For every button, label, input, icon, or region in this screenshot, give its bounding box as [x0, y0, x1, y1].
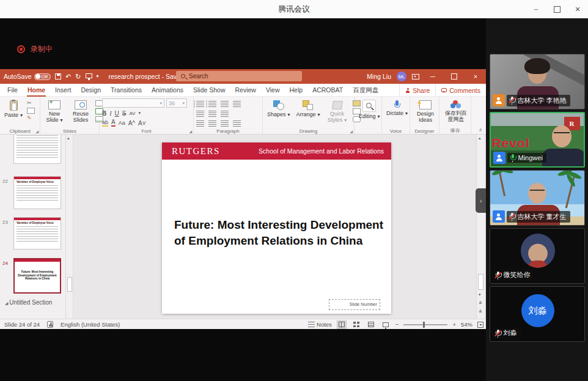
scroll-down-icon[interactable]: ▾ [479, 292, 481, 297]
participant-tile[interactable]: Revol R Mingwei [490, 112, 585, 168]
tab-slideshow[interactable]: Slide Show [188, 84, 230, 97]
slideshow-view-button[interactable] [381, 320, 391, 329]
close-button[interactable] [567, 0, 588, 18]
editing-button[interactable]: Editing [357, 98, 382, 127]
redo-icon[interactable]: ↻ [75, 73, 81, 80]
accessibility-icon[interactable] [47, 321, 53, 328]
scrollbar-thumb[interactable] [478, 274, 483, 290]
paste-button[interactable]: Paste [2, 98, 24, 127]
italic-button[interactable]: I [109, 110, 111, 117]
zoom-out-button[interactable]: − [395, 321, 399, 328]
shapes-button[interactable]: Shapes [265, 98, 292, 127]
previous-slide-icon[interactable]: ≙ [479, 301, 482, 306]
ppt-minimize-button[interactable]: ─ [425, 69, 441, 84]
cut-icon[interactable]: ✂ [27, 100, 35, 106]
tab-review[interactable]: Review [230, 84, 261, 97]
tab-view[interactable]: View [261, 84, 285, 97]
dictate-button[interactable]: Dictate [384, 98, 410, 127]
scrollbar-thumb[interactable] [67, 277, 72, 292]
participant-tile[interactable]: 微笑给你 [490, 228, 585, 284]
fit-slide-icon[interactable] [477, 322, 483, 328]
thumbnail-slide-21[interactable] [13, 135, 61, 164]
text-direction-icon[interactable] [208, 111, 216, 117]
justify-icon[interactable] [233, 120, 241, 127]
collapse-ribbon-icon[interactable]: ∧ [479, 127, 482, 133]
bullets-icon[interactable] [196, 101, 204, 107]
sidebar-collapse-handle[interactable]: › [476, 188, 486, 213]
font-size-combobox[interactable]: 36▾ [166, 98, 187, 108]
editor-scrollbar[interactable]: ▴ ▾ ≙ ≚ [476, 135, 485, 319]
zoom-level[interactable]: 54% [461, 321, 472, 328]
reuse-slides-button[interactable]: Reuse Slides [68, 98, 93, 127]
align-right-icon[interactable] [221, 120, 229, 127]
grow-font-button[interactable]: A^ [128, 120, 135, 127]
ppt-close-button[interactable]: × [468, 69, 483, 84]
scroll-up-icon[interactable]: ▴ [479, 136, 481, 141]
format-painter-icon[interactable]: ✎ [27, 116, 35, 121]
arrange-button[interactable]: Arrange [295, 98, 322, 127]
align-center-icon[interactable] [208, 120, 216, 127]
account-avatar[interactable]: ML [397, 72, 406, 81]
participant-tile[interactable]: 刘淼 刘淼 [490, 286, 585, 342]
comments-button[interactable]: Comments [435, 84, 486, 97]
indent-less-icon[interactable] [196, 111, 204, 117]
zoom-in-button[interactable]: + [452, 321, 456, 328]
change-case-button[interactable]: Aa [119, 120, 125, 126]
account-name[interactable]: Ming Liu [367, 73, 391, 80]
columns-icon[interactable] [221, 111, 229, 117]
font-dialog-launcher[interactable]: ◢ [189, 129, 192, 133]
slide-title-text[interactable]: Future: Most Interesting Development of … [174, 217, 385, 248]
minimize-button[interactable] [526, 0, 546, 18]
share-button[interactable]: Share [399, 84, 435, 97]
tab-animations[interactable]: Animations [147, 84, 188, 97]
align-left-icon[interactable] [196, 120, 204, 127]
copy-icon[interactable] [27, 108, 35, 114]
customize-qat-icon[interactable]: ▾ [97, 74, 99, 79]
bold-button[interactable]: B [102, 110, 106, 117]
character-spacing-button[interactable]: AV [129, 111, 135, 116]
baidu-save-button[interactable]: 保存到百度网盘 [442, 98, 470, 127]
design-ideas-button[interactable]: Design Ideas [413, 98, 438, 127]
next-slide-icon[interactable]: ≚ [479, 309, 482, 314]
autosave-toggle[interactable]: AutoSave Off [4, 73, 51, 80]
tab-help[interactable]: Help [285, 84, 308, 97]
tab-design[interactable]: Design [76, 84, 106, 97]
reading-view-button[interactable] [366, 320, 376, 329]
drawing-dialog-launcher[interactable]: ◢ [350, 129, 353, 133]
zoom-slider[interactable] [403, 324, 447, 325]
zoom-slider-thumb[interactable] [423, 322, 425, 328]
thumbnail-slide-22[interactable]: Varieties of Employee Voice [13, 176, 61, 209]
undo-icon[interactable]: ↶ [65, 73, 71, 80]
tab-acrobat[interactable]: ACROBAT [307, 84, 348, 97]
slide-number-placeholder[interactable]: Slide Number [329, 299, 380, 310]
language-indicator[interactable]: English (United States) [61, 321, 120, 328]
line-spacing-icon[interactable] [233, 101, 241, 107]
normal-view-button[interactable] [337, 320, 347, 329]
start-slideshow-icon[interactable] [86, 73, 92, 78]
section-header[interactable]: Untitled Section [5, 299, 52, 306]
thumbnail-slide-24[interactable]: Future: Most Interesting Development of … [13, 258, 61, 294]
text-highlight-button[interactable]: ab [102, 120, 108, 127]
clipboard-dialog-launcher[interactable]: ◢ [35, 129, 39, 133]
spacing-caret[interactable]: ▾ [139, 111, 141, 116]
ribbon-display-options-icon[interactable] [412, 74, 419, 80]
maximize-button[interactable] [546, 0, 567, 18]
scroll-up-icon[interactable]: ▴ [67, 136, 70, 141]
shrink-font-button[interactable]: A˅ [138, 120, 146, 127]
notes-button[interactable]: Notes [308, 321, 332, 328]
font-name-combobox[interactable]: ▾ [102, 98, 164, 108]
search-input[interactable]: Search [176, 71, 302, 81]
tab-baidu-pan[interactable]: 百度网盘 [348, 84, 383, 97]
font-color-button[interactable]: A [111, 119, 116, 127]
participant-tile[interactable]: 吉林大学 董才生 [490, 170, 585, 226]
ppt-restore-button[interactable] [446, 69, 462, 84]
slide-sorter-button[interactable] [351, 320, 361, 329]
numbering-icon[interactable] [208, 101, 216, 107]
tab-home[interactable]: Home [23, 84, 50, 97]
save-icon[interactable] [55, 73, 61, 80]
thumbnail-slide-23[interactable]: Varieties of Employee Voice [13, 217, 61, 250]
new-slide-button[interactable]: New Slide [43, 98, 66, 127]
quick-styles-button[interactable]: Quick Styles [325, 98, 350, 127]
slide-canvas[interactable]: Rutgers School of Management and Labor R… [162, 142, 391, 314]
strikethrough-button[interactable]: S [122, 110, 127, 117]
